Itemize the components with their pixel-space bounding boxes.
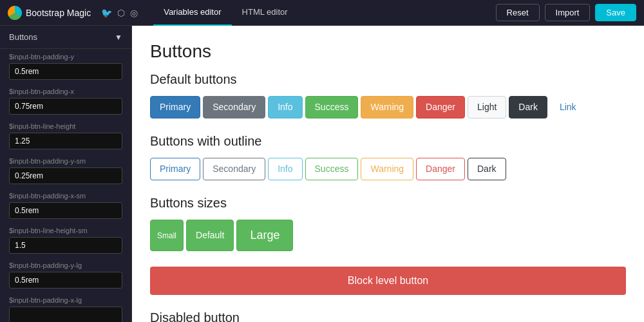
sidebar-label-btn-line-height: $input-btn-line-height: [9, 122, 122, 130]
social-icons: 🐦 ⬡ ◎: [101, 8, 138, 18]
github-alt-icon[interactable]: ◎: [130, 8, 138, 18]
sidebar-input-btn-padding-x[interactable]: [9, 98, 122, 115]
sidebar-field-btn-padding-y-lg: $input-btn-padding-y-lg: [0, 258, 131, 292]
default-buttons-group: Primary Secondary Info Success Warning D…: [150, 96, 626, 118]
brand-name: Bootstrap Magic: [26, 8, 91, 18]
sidebar-field-btn-padding-y: $input-btn-padding-y: [0, 49, 131, 84]
sidebar-field-btn-padding-x-lg: $input-btn-padding-x-lg: [0, 292, 131, 322]
btn-default[interactable]: Default: [186, 220, 234, 251]
sidebar-label-btn-padding-x-lg: $input-btn-padding-x-lg: [9, 296, 122, 304]
sizes-section: Buttons sizes Small Default Large Block …: [150, 196, 626, 295]
btn-outline-info[interactable]: Info: [268, 158, 302, 180]
sidebar-input-btn-padding-x-sm[interactable]: [9, 202, 122, 219]
sidebar-input-btn-padding-y[interactable]: [9, 63, 122, 80]
tab-html-editor[interactable]: HTML editor: [232, 0, 298, 26]
sidebar-label-btn-padding-x-sm: $input-btn-padding-x-sm: [9, 192, 122, 200]
sidebar-input-btn-padding-x-lg[interactable]: [9, 307, 122, 322]
btn-link[interactable]: Link: [550, 96, 586, 118]
btn-dark[interactable]: Dark: [509, 96, 547, 118]
topbar-actions: Reset Import Save: [496, 4, 636, 21]
btn-large[interactable]: Large: [236, 220, 293, 251]
sidebar-field-btn-padding-y-sm: $input-btn-padding-y-sm: [0, 153, 131, 188]
github-icon[interactable]: ⬡: [117, 8, 125, 18]
brand-logo: [8, 6, 22, 20]
main-layout: Buttons ▼ $input-btn-padding-y $input-bt…: [0, 26, 644, 322]
btn-block-level[interactable]: Block level button: [150, 267, 626, 295]
sidebar-section-title: Buttons: [9, 32, 37, 42]
btn-primary[interactable]: Primary: [150, 96, 200, 118]
sidebar-input-btn-line-height-sm[interactable]: [9, 237, 122, 254]
save-button[interactable]: Save: [595, 4, 636, 21]
sidebar: Buttons ▼ $input-btn-padding-y $input-bt…: [0, 26, 132, 322]
sidebar-label-btn-line-height-sm: $input-btn-line-height-sm: [9, 227, 122, 234]
disabled-title: Disabled button: [150, 310, 626, 322]
top-nav-tabs: Variables editor HTML editor: [153, 0, 298, 26]
sidebar-section-header[interactable]: Buttons ▼: [0, 26, 131, 49]
sidebar-field-btn-padding-x-sm: $input-btn-padding-x-sm: [0, 188, 131, 223]
page-title: Buttons: [150, 41, 626, 62]
brand: Bootstrap Magic: [8, 6, 91, 20]
btn-success[interactable]: Success: [305, 96, 359, 118]
btn-info[interactable]: Info: [268, 96, 302, 118]
sidebar-input-btn-line-height[interactable]: [9, 133, 122, 149]
btn-outline-success[interactable]: Success: [305, 158, 359, 180]
btn-warning[interactable]: Warning: [361, 96, 413, 118]
sizes-buttons-group: Small Default Large: [150, 220, 626, 251]
topbar: Bootstrap Magic 🐦 ⬡ ◎ Variables editor H…: [0, 0, 644, 26]
default-buttons-title: Default buttons: [150, 72, 626, 87]
outline-buttons-title: Buttons with outline: [150, 134, 626, 149]
chevron-down-icon: ▼: [115, 33, 122, 42]
outline-buttons-section: Buttons with outline Primary Secondary I…: [150, 134, 626, 180]
disabled-section: Disabled button Primary: [150, 310, 626, 322]
btn-secondary[interactable]: Secondary: [203, 96, 265, 118]
sidebar-label-btn-padding-x: $input-btn-padding-x: [9, 88, 122, 95]
sidebar-input-btn-padding-y-lg[interactable]: [9, 272, 122, 289]
sizes-title: Buttons sizes: [150, 196, 626, 211]
btn-outline-secondary[interactable]: Secondary: [203, 158, 265, 180]
tab-variables[interactable]: Variables editor: [153, 0, 231, 26]
sidebar-field-btn-line-height-sm: $input-btn-line-height-sm: [0, 223, 131, 258]
sidebar-label-btn-padding-y: $input-btn-padding-y: [9, 53, 122, 61]
default-buttons-section: Default buttons Primary Secondary Info S…: [150, 72, 626, 118]
btn-outline-warning[interactable]: Warning: [361, 158, 413, 180]
btn-outline-primary[interactable]: Primary: [150, 158, 200, 180]
sidebar-field-btn-padding-x: $input-btn-padding-x: [0, 84, 131, 118]
content-area: Buttons Default buttons Primary Secondar…: [132, 26, 644, 322]
btn-outline-dark[interactable]: Dark: [468, 158, 506, 180]
btn-outline-danger[interactable]: Danger: [416, 158, 465, 180]
btn-small[interactable]: Small: [150, 220, 184, 251]
btn-danger[interactable]: Danger: [416, 96, 465, 118]
import-button[interactable]: Import: [545, 4, 591, 21]
sidebar-field-btn-line-height: $input-btn-line-height: [0, 118, 131, 153]
outline-buttons-group: Primary Secondary Info Success Warning D…: [150, 158, 626, 180]
sidebar-label-btn-padding-y-lg: $input-btn-padding-y-lg: [9, 261, 122, 269]
btn-light[interactable]: Light: [468, 96, 506, 118]
sidebar-label-btn-padding-y-sm: $input-btn-padding-y-sm: [9, 157, 122, 165]
reset-button[interactable]: Reset: [496, 4, 540, 21]
twitter-icon[interactable]: 🐦: [101, 8, 112, 18]
sidebar-input-btn-padding-y-sm[interactable]: [9, 167, 122, 184]
